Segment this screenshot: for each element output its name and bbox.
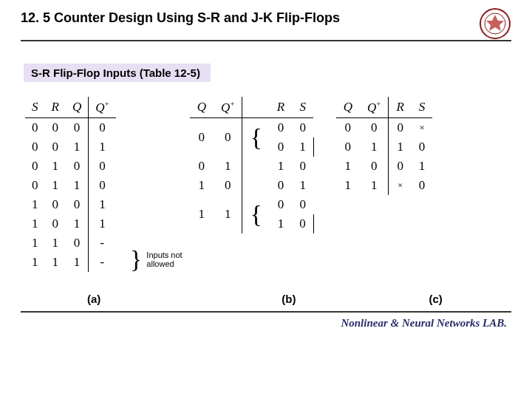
th: R xyxy=(389,97,412,117)
th: S xyxy=(292,97,313,117)
table-row: 1001 xyxy=(25,195,116,214)
table-row: 1 1 { 0 0 xyxy=(190,195,314,214)
th: Q+ xyxy=(89,97,116,117)
table-row: 000× xyxy=(336,117,433,137)
table-row: 11×0 xyxy=(336,176,433,195)
slide-title: 12. 5 Counter Design Using S-R and J-K F… xyxy=(21,10,471,30)
table-b: Q Q+ R S 0 0 { 0 0 01 01 10 xyxy=(190,97,314,233)
table-a: S R Q Q+ 0000 0011 0100 0110 1001 1011 1… xyxy=(25,97,116,272)
table-row: 1001 xyxy=(336,157,433,176)
label-b: (b) xyxy=(282,293,296,305)
label-c: (c) xyxy=(429,293,443,305)
table-row: 110- xyxy=(25,233,116,253)
table-a-wrap: S R Q Q+ 0000 0011 0100 0110 1001 1011 1… xyxy=(25,97,116,272)
label-a: (a) xyxy=(87,293,100,305)
table-row: 111- xyxy=(25,253,116,272)
table-c-wrap: Q Q+ R S 000× 0110 1001 11×0 xyxy=(336,97,433,195)
th: S xyxy=(412,97,433,117)
th: S xyxy=(25,97,45,117)
table-row: 0100 xyxy=(25,157,116,176)
footer-text: Nonlinear & Neural Networks LAB. xyxy=(21,313,511,330)
table-c: Q Q+ R S 000× 0110 1001 11×0 xyxy=(336,97,433,195)
table-row: 0110 xyxy=(25,176,116,195)
th: Q xyxy=(336,97,360,117)
sub-labels: (a) (b) (c) xyxy=(21,293,511,305)
th: R xyxy=(45,97,66,117)
brace-icon: } xyxy=(130,248,142,270)
table-b-wrap: Q Q+ R S 0 0 { 0 0 01 01 10 xyxy=(190,97,314,233)
inputs-not-allowed-note: Inputs not allowed xyxy=(142,250,182,268)
th: Q xyxy=(190,97,214,117)
brace-icon: { xyxy=(242,195,270,233)
table-row: 0 0 { 0 0 xyxy=(190,117,314,137)
th: R xyxy=(270,97,292,117)
table-row: 1011 xyxy=(25,214,116,233)
table-row: 0011 xyxy=(25,137,116,157)
th: Q xyxy=(66,97,89,117)
section-subtitle: S-R Flip-Flop Inputs (Table 12-5) xyxy=(24,64,211,82)
table-row: 01 10 xyxy=(190,157,314,176)
brace-icon: { xyxy=(242,117,270,157)
th: Q+ xyxy=(214,97,242,117)
table-row: 0000 xyxy=(25,117,116,137)
table-row: 0110 xyxy=(336,137,433,157)
title-divider xyxy=(21,40,511,41)
table-row: 10 01 xyxy=(190,176,314,195)
th: Q+ xyxy=(360,97,389,117)
university-seal-icon xyxy=(479,7,511,40)
